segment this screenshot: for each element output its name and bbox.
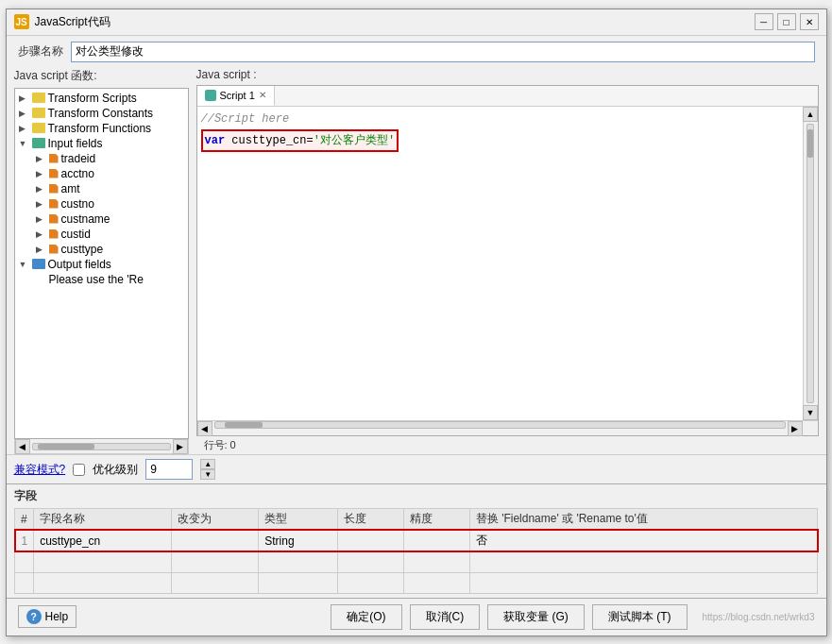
line-info: 行号: 0 xyxy=(196,436,819,454)
table-row-empty1 xyxy=(15,551,818,572)
test-script-button[interactable]: 测试脚本 (T) xyxy=(592,604,688,630)
cell-empty2 xyxy=(171,551,259,572)
tree-label-output-note: Please use the 'Re xyxy=(49,273,144,286)
tree-item-constants[interactable]: ▶ Transform Constants xyxy=(17,106,186,121)
tree-item-custtype[interactable]: ▶ custtype xyxy=(17,242,186,257)
cell-empty4 xyxy=(338,551,404,572)
tree-item-scripts[interactable]: ▶ Transform Scripts xyxy=(17,91,186,106)
tree-item-custid[interactable]: ▶ custid xyxy=(17,227,186,242)
tree-container[interactable]: ▶ Transform Scripts ▶ Transform Constant… xyxy=(14,88,189,440)
col-precision: 精度 xyxy=(403,509,469,531)
v-scroll-track[interactable] xyxy=(807,124,814,404)
cell-empty2-3 xyxy=(259,572,338,593)
output-fields-icon xyxy=(32,259,45,269)
script-tab-icon xyxy=(205,90,216,101)
compat-label[interactable]: 兼容模式? xyxy=(14,462,66,478)
watermark: https://blog.csdn.net/wrkd3 xyxy=(703,612,815,622)
optlevel-input[interactable] xyxy=(145,459,193,480)
left-scroll-right[interactable]: ▶ xyxy=(173,439,188,454)
tree-label-custname: custname xyxy=(61,212,110,226)
v-scroll-thumb xyxy=(807,129,813,158)
close-button[interactable]: ✕ xyxy=(800,13,819,30)
tree-item-output-fields[interactable]: ▼ Output fields xyxy=(17,257,186,272)
minimize-button[interactable]: ─ xyxy=(755,13,773,30)
tree-item-output-note: Please use the 'Re xyxy=(17,272,186,287)
left-panel: Java script 函数: ▶ Transform Scripts ▶ Tr… xyxy=(14,68,189,455)
cell-precision xyxy=(403,530,469,551)
h-scrollbar-area: ◀ ▶ xyxy=(197,420,818,435)
leaf-icon-tradeid xyxy=(49,154,59,163)
col-rename: 改变为 xyxy=(171,509,259,531)
step-name-input[interactable] xyxy=(71,42,815,62)
v-scroll-up[interactable]: ▲ xyxy=(803,107,818,122)
v-scrollbar[interactable]: ▲ ▼ xyxy=(803,107,818,421)
tree-item-custname[interactable]: ▶ custname xyxy=(17,212,186,227)
tree-arrow-output: ▼ xyxy=(19,260,32,269)
script-editor[interactable]: //Script here var custtype_cn='对公客户类型' xyxy=(197,107,803,421)
window-title: JavaScript代码 xyxy=(35,14,755,30)
tree-item-input-fields[interactable]: ▼ Input fields xyxy=(17,136,186,151)
script-line-code: var custtype_cn='对公客户类型' xyxy=(201,129,799,152)
tree-arrow-custname: ▶ xyxy=(36,214,49,224)
col-length: 长度 xyxy=(338,509,404,531)
cell-type: String xyxy=(259,530,338,551)
fields-table-head: # 字段名称 改变为 类型 长度 精度 替换 'Fieldname' 或 'Re… xyxy=(15,509,818,531)
h-scroll-right[interactable]: ▶ xyxy=(788,421,803,436)
leaf-icon-amt xyxy=(49,184,59,194)
cell-replace: 否 xyxy=(469,530,817,551)
tab-script1[interactable]: Script 1 ✕ xyxy=(197,86,275,106)
cell-name: custtype_cn xyxy=(34,530,172,551)
right-panel: Java script : Script 1 ✕ //Script here xyxy=(196,68,819,455)
cell-empty2-5 xyxy=(403,572,469,593)
tree-item-tradeid[interactable]: ▶ tradeid xyxy=(17,151,186,166)
left-scroll-left[interactable]: ◀ xyxy=(15,439,30,454)
maximize-button[interactable]: □ xyxy=(777,13,796,30)
h-scroll-left[interactable]: ◀ xyxy=(197,421,212,436)
tree-arrow-input: ▼ xyxy=(19,139,32,148)
leaf-icon-custtype xyxy=(49,245,59,254)
bottom-bar: 兼容模式? 优化级别 ▲ ▼ xyxy=(7,454,826,483)
tree-item-custno[interactable]: ▶ custno xyxy=(17,196,186,212)
left-scrollbar[interactable]: ◀ ▶ xyxy=(14,439,189,454)
cell-empty2-4 xyxy=(338,572,404,593)
tree-item-amt[interactable]: ▶ amt xyxy=(17,181,186,196)
fields-title: 字段 xyxy=(14,488,819,504)
tree-item-functions[interactable]: ▶ Transform Functions xyxy=(17,121,186,136)
tree-arrow-acctno: ▶ xyxy=(36,169,49,178)
tab-close-button[interactable]: ✕ xyxy=(259,90,266,100)
tree-label-amt: amt xyxy=(61,182,80,195)
ok-button[interactable]: 确定(O) xyxy=(331,604,401,630)
tree-label-custtype: custtype xyxy=(61,243,104,256)
tree-arrow-scripts: ▶ xyxy=(19,93,32,103)
help-button[interactable]: ? Help xyxy=(18,605,77,628)
window-icon: JS xyxy=(14,14,29,29)
v-scroll-down[interactable]: ▼ xyxy=(803,405,818,420)
spin-up-button[interactable]: ▲ xyxy=(200,459,215,469)
cancel-button[interactable]: 取消(C) xyxy=(410,604,481,630)
h-scroll-track[interactable] xyxy=(214,421,786,429)
keyword-var: var xyxy=(205,134,232,147)
comment-text: //Script here xyxy=(201,112,290,126)
tab-script1-label: Script 1 xyxy=(220,90,255,101)
optlevel-spin: ▲ ▼ xyxy=(200,459,215,480)
compat-checkbox[interactable] xyxy=(73,464,85,476)
cell-empty3 xyxy=(259,551,338,572)
leaf-icon-custname xyxy=(49,214,59,224)
col-type: 类型 xyxy=(259,509,338,531)
cell-length xyxy=(338,530,404,551)
cell-empty2-1 xyxy=(34,572,172,593)
tree-arrow-custtype: ▶ xyxy=(36,245,49,254)
cell-num: 1 xyxy=(15,530,34,551)
col-num: # xyxy=(15,509,34,531)
spin-down-button[interactable]: ▼ xyxy=(200,469,215,480)
tree-item-acctno[interactable]: ▶ acctno xyxy=(17,166,186,181)
h-scroll-thumb xyxy=(225,422,263,428)
table-row[interactable]: 1 custtype_cn String 否 xyxy=(15,530,818,551)
tree-arrow-functions: ▶ xyxy=(19,124,32,133)
tree-label-functions: Transform Functions xyxy=(48,122,152,135)
col-replace: 替换 'Fieldname' 或 'Rename to'值 xyxy=(469,509,817,531)
left-scroll-track[interactable] xyxy=(32,443,171,450)
tree-arrow-custno: ▶ xyxy=(36,199,49,209)
cell-rename xyxy=(171,530,259,551)
get-vars-button[interactable]: 获取变量 (G) xyxy=(487,604,585,630)
